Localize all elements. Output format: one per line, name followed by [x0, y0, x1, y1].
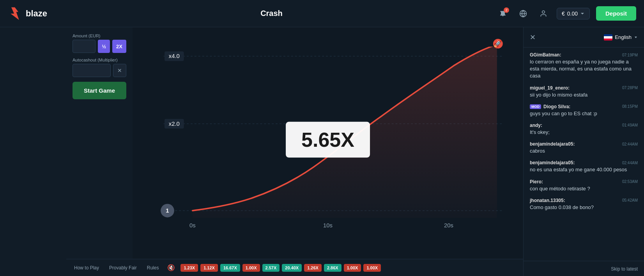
- game-controls-and-chart: Amount (EUR) ½ 2X Autocashout (Multiplie…: [66, 27, 523, 259]
- chat-text: cabros: [530, 148, 638, 155]
- chat-time: 02:44AM: [622, 161, 638, 165]
- svg-point-3: [542, 11, 545, 13]
- chat-message-header: GGimBatman:07:19PM: [530, 52, 638, 58]
- svg-text:x2.0: x2.0: [169, 121, 180, 127]
- autocashout-label: Autocashout (Multiplier): [73, 58, 126, 62]
- chat-footer: Skip to latest: [524, 261, 644, 276]
- chat-message: GGimBatman:07:19PMlo cerraron en españa …: [530, 52, 638, 80]
- language-selector[interactable]: English: [604, 34, 638, 40]
- chat-message: benjamindelajara05:02:44AMcabros: [530, 141, 638, 155]
- history-chip[interactable]: 1.23X: [180, 264, 198, 272]
- chat-time: 07:19PM: [622, 53, 638, 57]
- chat-messages-container: GGimBatman:07:19PMlo cerraron en españa …: [524, 47, 644, 261]
- svg-marker-0: [11, 7, 19, 19]
- deposit-button[interactable]: Deposit: [596, 6, 636, 21]
- svg-text:20s: 20s: [444, 222, 453, 229]
- lang-chevron-icon: [634, 35, 638, 39]
- autocashout-input[interactable]: [73, 64, 111, 77]
- history-chip[interactable]: 1.26X: [304, 264, 322, 272]
- double-button[interactable]: 2X: [112, 40, 126, 53]
- chat-username: GGimBatman:: [530, 52, 561, 58]
- chat-message-header: miguel_19_enero:07:28PM: [530, 85, 638, 91]
- sound-button[interactable]: 🔇: [166, 262, 177, 273]
- history-chip[interactable]: 2.86X: [324, 264, 341, 272]
- left-nav-panel: [0, 27, 66, 276]
- notifications-button[interactable]: 2: [496, 7, 510, 21]
- chat-message-header: benjamindelajara05:02:44AM: [530, 160, 638, 165]
- chat-text: sii yo dijo lo mismo estafa: [530, 91, 638, 98]
- chat-time: 05:42AM: [622, 198, 638, 202]
- header-right: 2 € 0.00 Deposit: [496, 6, 636, 21]
- amount-section: Amount (EUR) ½ 2X: [73, 33, 126, 53]
- how-to-play-button[interactable]: How to Play: [71, 264, 102, 272]
- chat-message: MODDiogo Silva:08:15PMguys you can go to…: [530, 104, 638, 117]
- amount-label: Amount (EUR): [73, 33, 126, 38]
- game-title: Crash: [260, 9, 283, 18]
- chat-message: jhonatan.13305:05:42AMComo gasto 0.038 d…: [530, 198, 638, 211]
- chat-message: benjamindelajara05:02:44AMno es una esta…: [530, 160, 638, 173]
- history-chip[interactable]: 1.12X: [200, 264, 218, 272]
- chat-panel: ✕ English GGimBatman:07:19PMlo cerraron …: [523, 27, 644, 276]
- logo-text: blaze: [26, 9, 47, 19]
- history-chip[interactable]: 1.00X: [363, 264, 381, 272]
- chat-text: no es una estafa yo me gane 40.000 pesos: [530, 166, 638, 173]
- language-flag: [604, 34, 612, 40]
- chat-text: It's okey;: [530, 129, 638, 136]
- autocashout-section: Autocashout (Multiplier) ✕: [73, 58, 126, 77]
- blaze-logo-icon: [8, 7, 22, 21]
- chat-time: 02:53AM: [622, 179, 638, 184]
- chat-message-header: MODDiogo Silva:08:15PM: [530, 104, 638, 109]
- balance-amount: 0.00: [567, 11, 578, 17]
- half-button[interactable]: ½: [98, 40, 110, 53]
- user-button[interactable]: [536, 7, 550, 21]
- svg-text:🚀: 🚀: [494, 39, 502, 48]
- chat-close-button[interactable]: ✕: [530, 33, 536, 42]
- chat-username: benjamindelajara05:: [530, 141, 575, 147]
- header: blaze Crash 2 € 0.00: [0, 0, 644, 27]
- history-chip[interactable]: 2.57X: [262, 264, 280, 272]
- start-game-button[interactable]: Start Game: [73, 82, 126, 99]
- chat-time: 07:28PM: [622, 86, 638, 90]
- history-chips: 1.23X1.12X16.67X1.00X2.57X20.40X1.26X2.8…: [180, 264, 381, 272]
- autocashout-row: ✕: [73, 64, 126, 77]
- skip-to-latest-button[interactable]: Skip to latest: [530, 266, 638, 272]
- amount-input-row: ½ 2X: [73, 40, 126, 53]
- chat-username: andy:: [530, 123, 542, 128]
- chat-text: guys you can go to ES chat :p: [530, 110, 638, 117]
- chat-message: andy:01:49AMIt's okey;: [530, 123, 638, 136]
- chat-username: miguel_19_enero:: [530, 85, 570, 91]
- provably-fair-button[interactable]: Provably Fair: [106, 264, 140, 272]
- amount-input[interactable]: [73, 40, 96, 53]
- chat-message-header: andy:01:49AM: [530, 123, 638, 128]
- chat-text: con que método retiraste ?: [530, 185, 638, 192]
- header-center: Crash: [55, 9, 488, 18]
- game-area: Amount (EUR) ½ 2X Autocashout (Multiplie…: [66, 27, 523, 276]
- chat-message: miguel_19_enero:07:28PMsii yo dijo lo mi…: [530, 85, 638, 98]
- multiplier-display: 5.65X: [286, 121, 370, 157]
- history-chip[interactable]: 1.00X: [242, 264, 260, 272]
- mod-badge: MOD: [530, 104, 541, 109]
- chat-text: lo cerraron en españa y ya no juega nadi…: [530, 58, 638, 80]
- chart-container: x4.0 x2.0 1 0s 10s 20s: [133, 27, 523, 259]
- bottom-bar: How to Play Provably Fair Rules 🔇 1.23X1…: [66, 259, 523, 276]
- balance-currency-icon: €: [562, 11, 565, 17]
- chat-username: benjamindelajara05:: [530, 160, 575, 165]
- globe-button[interactable]: [516, 7, 530, 21]
- svg-text:0s: 0s: [189, 222, 196, 229]
- chat-time: 02:44AM: [622, 142, 638, 146]
- chat-message-header: Piero:02:53AM: [530, 179, 638, 185]
- history-chip[interactable]: 1.00X: [344, 264, 361, 272]
- svg-text:x4.0: x4.0: [169, 53, 180, 59]
- balance-display[interactable]: € 0.00: [557, 8, 590, 19]
- logo-area: blaze: [8, 7, 47, 21]
- chat-message: Piero:02:53AMcon que método retiraste ?: [530, 179, 638, 192]
- history-chip[interactable]: 16.67X: [220, 264, 240, 272]
- rules-button[interactable]: Rules: [144, 264, 162, 272]
- history-chip[interactable]: 20.40X: [282, 264, 302, 272]
- clear-autocashout-button[interactable]: ✕: [113, 64, 126, 77]
- chat-message-header: benjamindelajara05:02:44AM: [530, 141, 638, 147]
- chat-header: ✕ English: [524, 27, 644, 47]
- chat-time: 08:15PM: [622, 104, 638, 109]
- chat-time: 01:49AM: [622, 123, 638, 127]
- controls-panel: Amount (EUR) ½ 2X Autocashout (Multiplie…: [66, 27, 133, 259]
